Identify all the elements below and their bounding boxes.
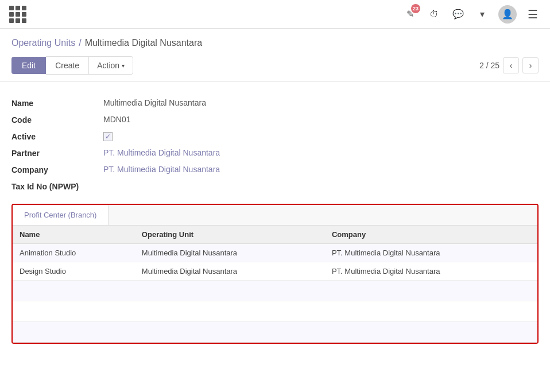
pagination: 2 / 25 ‹ › [479, 57, 539, 73]
edit-button[interactable]: Edit [11, 57, 46, 74]
table-row[interactable]: Design Studio Multimedia Digital Nusanta… [13, 262, 537, 281]
empty-row [13, 301, 537, 322]
create-button[interactable]: Create [46, 56, 89, 75]
table-row[interactable]: Animation Studio Multimedia Digital Nusa… [13, 244, 537, 262]
pagination-text: 2 / 25 [479, 61, 499, 70]
field-tax-id: Tax Id No (NPWP) [11, 178, 539, 195]
edit-nav-icon[interactable]: ✎ 23 [402, 6, 418, 22]
breadcrumb: Operating Units / Multimedia Digital Nus… [11, 38, 539, 48]
label-tax-id: Tax Id No (NPWP) [11, 181, 103, 191]
field-partner: Partner PT. Multimedia Digital Nusantara [11, 145, 539, 161]
clock-icon[interactable]: ⏱ [426, 6, 442, 22]
breadcrumb-separator: / [79, 38, 81, 48]
apps-grid-icon[interactable] [9, 6, 26, 23]
table-body: Animation Studio Multimedia Digital Nusa… [13, 244, 537, 343]
cell-name: Animation Studio [13, 244, 135, 262]
top-nav: ✎ 23 ⏱ 💬 ▾ 👤 ☰ [0, 0, 550, 29]
value-name: Multimedia Digital Nusantara [103, 98, 539, 107]
header-divider [0, 81, 550, 82]
field-code: Code MDN01 [11, 111, 539, 128]
form-section: Name Multimedia Digital Nusantara Code M… [0, 89, 550, 204]
value-active[interactable]: ✓ [103, 131, 539, 141]
field-active: Active ✓ [11, 128, 539, 145]
value-code: MDN01 [103, 115, 539, 124]
tab-profit-center[interactable]: Profit Center (Branch) [13, 205, 109, 225]
label-company: Company [11, 165, 103, 174]
notification-badge: 23 [411, 4, 420, 13]
value-company: PT. Multimedia Digital Nusantara [103, 165, 539, 174]
chat-icon[interactable]: 💬 [450, 6, 466, 22]
avatar[interactable]: 👤 [498, 5, 517, 24]
col-header-operating-unit: Operating Unit [135, 226, 325, 244]
cell-company: PT. Multimedia Digital Nusantara [325, 244, 537, 262]
table-head: Name Operating Unit Company [13, 226, 537, 244]
action-label: Action [97, 61, 119, 70]
prev-page-button[interactable]: ‹ [503, 57, 519, 73]
tab-section: Profit Center (Branch) Name Operating Un… [11, 204, 539, 344]
action-dropdown-icon: ▾ [122, 63, 125, 69]
nav-left [9, 6, 26, 23]
label-name: Name [11, 98, 103, 108]
field-name: Name Multimedia Digital Nusantara [11, 95, 539, 111]
next-page-button[interactable]: › [522, 57, 539, 73]
cell-operating-unit: Multimedia Digital Nusantara [135, 244, 325, 262]
nav-right: ✎ 23 ⏱ 💬 ▾ 👤 ☰ [402, 5, 541, 24]
action-button[interactable]: Action ▾ [89, 56, 133, 75]
breadcrumb-parent[interactable]: Operating Units [11, 38, 75, 48]
label-code: Code [11, 115, 103, 125]
field-company: Company PT. Multimedia Digital Nusantara [11, 161, 539, 178]
toolbar: Edit Create Action ▾ 2 / 25 ‹ › [11, 56, 539, 75]
breadcrumb-current: Multimedia Digital Nusantara [85, 38, 203, 48]
hamburger-menu-icon[interactable]: ☰ [525, 6, 541, 22]
cell-operating-unit: Multimedia Digital Nusantara [135, 262, 325, 281]
active-checkbox[interactable]: ✓ [103, 132, 113, 141]
cell-company: PT. Multimedia Digital Nusantara [325, 262, 537, 281]
empty-row [13, 281, 537, 301]
page-header: Operating Units / Multimedia Digital Nus… [0, 29, 550, 75]
partner-link[interactable]: PT. Multimedia Digital Nusantara [103, 148, 220, 157]
label-active: Active [11, 131, 103, 141]
col-header-company: Company [325, 226, 537, 244]
profit-center-table: Name Operating Unit Company Animation St… [13, 226, 537, 343]
col-header-name: Name [13, 226, 135, 244]
cell-name: Design Studio [13, 262, 135, 281]
table-header-row: Name Operating Unit Company [13, 226, 537, 244]
company-link[interactable]: PT. Multimedia Digital Nusantara [103, 165, 220, 174]
dropdown-icon[interactable]: ▾ [474, 6, 490, 22]
empty-row [13, 322, 537, 343]
label-partner: Partner [11, 148, 103, 158]
value-partner: PT. Multimedia Digital Nusantara [103, 148, 539, 157]
tab-header: Profit Center (Branch) [13, 205, 537, 226]
